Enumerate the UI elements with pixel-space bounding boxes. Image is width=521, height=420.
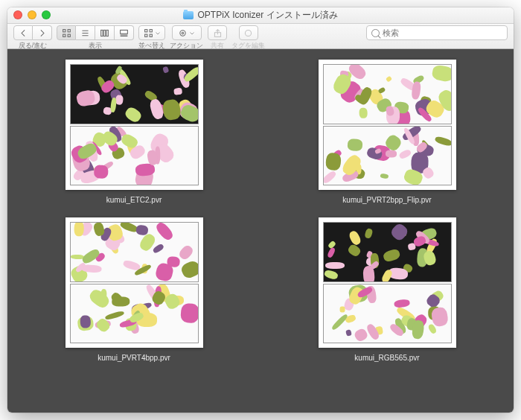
svg-rect-1 [68,29,70,31]
file-name-label[interactable]: kumui_ETC2.pvr [106,196,162,204]
grid-icon [62,28,71,38]
file-name-label[interactable]: kumui_PVRT2bpp_Flip.pvr [342,196,431,204]
tag-icon [243,28,253,38]
folder-icon [183,11,194,19]
zoom-window-button[interactable] [42,10,51,19]
file-item[interactable]: kumui_RGB565.pvr [319,217,456,362]
search-group [366,25,508,40]
file-item[interactable]: kumui_PVRT4bpp.pvr [65,217,203,362]
window-title: OPTPiX Iconizer インストール済み [183,9,337,22]
svg-rect-15 [144,34,147,36]
arrange-icon [144,28,153,38]
svg-point-18 [182,32,183,34]
search-input[interactable] [383,28,502,37]
chevron-right-icon [37,28,47,38]
svg-rect-0 [63,29,65,31]
search-field[interactable] [366,25,508,40]
chevron-left-icon [19,28,28,38]
gear-icon [178,28,188,38]
back-button[interactable] [13,25,33,40]
share-button[interactable] [208,25,227,40]
search-icon [371,29,380,37]
forward-button[interactable] [33,25,52,40]
file-thumbnail[interactable] [65,60,203,190]
thumbnail-top-half [323,222,452,282]
file-thumbnail[interactable] [319,60,456,190]
edit-tags-button[interactable] [239,25,258,40]
svg-rect-7 [101,30,103,36]
arrange-group: 並べ替え [138,25,165,51]
finder-window: OPTPiX Iconizer インストール済み 戻る/進む [7,7,514,413]
svg-rect-2 [63,34,65,36]
svg-point-17 [180,30,185,35]
svg-rect-3 [68,34,70,36]
close-window-button[interactable] [13,10,22,19]
action-button[interactable] [172,25,202,40]
svg-point-20 [245,30,251,36]
icon-view-area[interactable]: kumui_ETC2.pvrkumui_PVRT2bpp_Flip.pvrkum… [7,49,514,413]
svg-rect-14 [150,29,152,31]
view-columns-button[interactable] [95,25,115,40]
view-icons-button[interactable] [57,25,76,40]
file-thumbnail[interactable] [65,217,203,348]
columns-icon [100,28,109,38]
titlebar[interactable]: OPTPiX Iconizer インストール済み [7,7,514,24]
file-name-label[interactable]: kumui_RGB565.pvr [354,354,419,362]
file-name-label[interactable]: kumui_PVRT4bpp.pvr [98,354,170,362]
window-controls [13,10,51,19]
window-title-text: OPTPiX Iconizer インストール済み [197,9,337,22]
action-group: アクション [170,25,203,51]
thumbnail-top-half [323,64,452,124]
chevron-down-icon [189,28,195,38]
thumbnail-bottom-half [323,284,452,344]
svg-rect-10 [121,30,128,34]
view-coverflow-button[interactable] [115,25,134,40]
file-thumbnail[interactable] [319,217,456,348]
arrange-button[interactable] [138,25,165,40]
coverflow-icon [119,28,129,38]
view-list-button[interactable] [76,25,95,40]
minimize-window-button[interactable] [28,10,36,19]
chevron-down-icon [155,28,161,38]
thumbnail-bottom-half [323,126,452,186]
view-group: 表示 [57,25,134,51]
thumbnail-top-half [70,222,199,282]
share-group: 共有 [208,25,227,51]
svg-rect-8 [103,30,105,36]
thumbnail-top-half [70,64,199,124]
toolbar: 戻る/進む 表示 [7,24,514,49]
share-icon [213,28,223,38]
svg-rect-9 [106,30,108,36]
file-item[interactable]: kumui_PVRT2bpp_Flip.pvr [319,60,456,204]
list-icon [80,28,90,38]
thumbnail-bottom-half [70,284,199,344]
svg-rect-13 [144,29,147,31]
tags-group: タグを編集 [231,25,265,51]
nav-group: 戻る/進む [13,25,52,51]
file-item[interactable]: kumui_ETC2.pvr [65,60,203,204]
thumbnail-bottom-half [70,126,199,186]
svg-rect-16 [150,34,152,36]
